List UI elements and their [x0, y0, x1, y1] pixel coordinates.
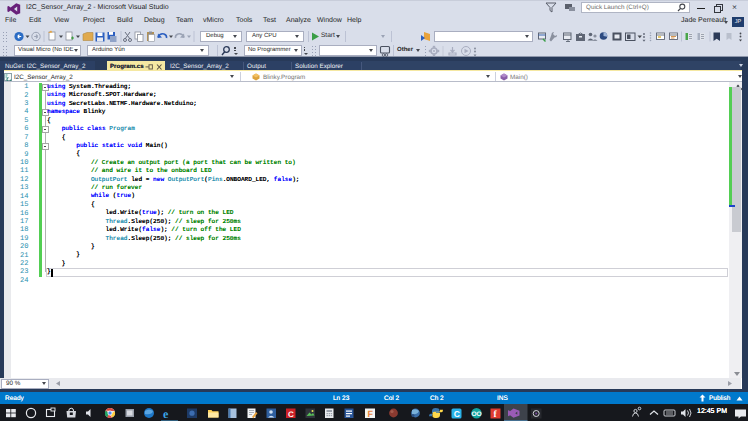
svg-text:C: C [454, 408, 460, 418]
svg-text:OO: OO [472, 410, 482, 417]
svg-text:C: C [288, 409, 294, 418]
svg-text:F: F [368, 408, 374, 418]
svg-text:e: e [163, 406, 169, 420]
